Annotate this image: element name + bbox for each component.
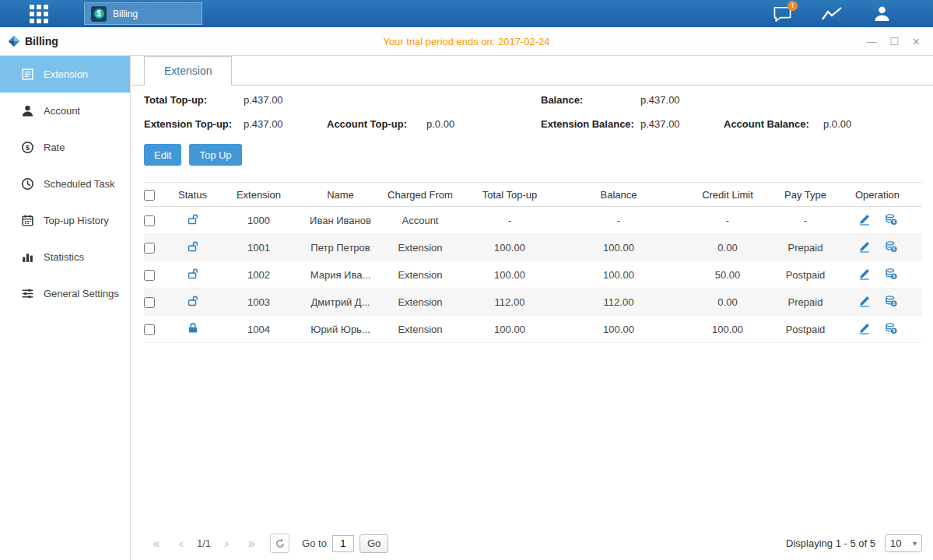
sidebar-item-general-settings[interactable]: General Settings [0, 275, 130, 312]
pay-type: Postpaid [778, 324, 833, 335]
edit-icon[interactable] [858, 268, 871, 280]
topup-history-icon [21, 214, 34, 227]
balance: 100.00 [560, 269, 677, 281]
summary-extension-top-up: Extension Top-up:p.437.00 [144, 118, 327, 133]
summary-label: Account Top-up: [327, 118, 426, 130]
summary-spacer [724, 94, 920, 109]
general-settings-icon [21, 287, 34, 300]
pay-type: Prepaid [778, 296, 833, 308]
sidebar-item-scheduled-task[interactable]: Scheduled Task [0, 166, 130, 202]
page-size-value: 10 [890, 537, 901, 549]
column-header-credit-limit: Credit Limit [677, 189, 778, 201]
goto-label: Go to [302, 537, 327, 549]
top-up-icon[interactable]: $ [885, 213, 897, 226]
table-row-extension-1002: 1002Мария Ива...Extension100.00100.0050.… [144, 261, 922, 289]
statistics-icon [21, 250, 34, 264]
app-launcher-icon[interactable] [30, 5, 48, 23]
summary-label: Balance: [541, 94, 640, 106]
column-header-status: Status [167, 189, 218, 201]
next-page-button[interactable]: › [217, 537, 236, 551]
select-all-checkbox[interactable] [144, 190, 155, 201]
column-header-name: Name [300, 189, 381, 201]
summary-value: p.437.00 [640, 118, 680, 130]
billing-tab-label: Billing [113, 9, 138, 19]
top-up-button[interactable]: Top Up [189, 144, 241, 166]
edit-icon[interactable] [858, 240, 871, 253]
credit-limit: 0.00 [677, 242, 778, 254]
maximize-button[interactable]: ☐ [889, 36, 899, 47]
top-up-icon[interactable]: $ [885, 268, 897, 280]
topbar-icons: ! [771, 5, 933, 23]
user-account-icon[interactable] [871, 5, 893, 23]
charged-from: Extension [381, 324, 459, 335]
messages-icon[interactable]: ! [771, 5, 793, 23]
minimize-button[interactable]: — [866, 36, 876, 47]
scheduled-task-icon [21, 177, 34, 191]
charged-from: Extension [381, 242, 459, 254]
row-checkbox[interactable] [144, 324, 155, 335]
column-header-total-top-up: Total Top-up [459, 189, 560, 201]
billing-dollar-icon [91, 6, 107, 22]
balance: 100.00 [560, 242, 677, 254]
billing-app-tab[interactable]: Billing [84, 2, 202, 25]
line-chart-icon[interactable] [821, 5, 843, 23]
row-checkbox[interactable] [144, 215, 155, 226]
row-checkbox[interactable] [144, 270, 155, 281]
table-body: 1000Иван ИвановAccount----$1001Петр Петр… [144, 207, 922, 343]
top-up-icon[interactable]: $ [885, 240, 897, 253]
extension-number: 1000 [218, 215, 300, 226]
edit-button[interactable]: Edit [144, 144, 181, 166]
window-title-bar: Billing Your trial period ends on: 2017-… [0, 27, 933, 56]
account-icon [21, 104, 34, 117]
column-header-extension: Extension [218, 189, 300, 201]
chevron-down-icon [913, 539, 917, 548]
sidebar-item-label: Statistics [44, 251, 84, 263]
summary-label: Extension Balance: [541, 118, 640, 130]
row-checkbox[interactable] [144, 243, 155, 254]
edit-icon[interactable] [858, 213, 871, 226]
main-content: Extension Total Top-up:p.437.00Balance:p… [131, 56, 933, 560]
total-topup: 100.00 [459, 242, 560, 254]
last-page-button[interactable]: » [242, 537, 261, 551]
rate-icon: $ [21, 141, 34, 154]
refresh-button[interactable] [270, 534, 289, 553]
sidebar-item-statistics[interactable]: Statistics [0, 239, 130, 275]
summary-extension-balance: Extension Balance:p.437.00 [541, 118, 724, 133]
close-button[interactable]: ✕ [912, 36, 921, 47]
top-up-icon[interactable]: $ [885, 322, 897, 334]
prev-page-button[interactable]: ‹ [172, 537, 191, 551]
row-checkbox[interactable] [144, 297, 155, 308]
column-header-operation: Operation [833, 189, 922, 201]
summary-value: p.0.00 [823, 118, 851, 130]
total-topup: - [459, 215, 560, 226]
sidebar-item-account[interactable]: Account [0, 93, 130, 129]
pagination-right: Displaying 1 - 5 of 5 10 [786, 534, 922, 552]
first-page-button[interactable]: « [147, 537, 166, 551]
sidebar-item-extension[interactable]: Extension [0, 56, 130, 93]
tab-extension[interactable]: Extension [144, 56, 232, 86]
goto-page-input[interactable] [332, 535, 354, 552]
notification-badge: ! [787, 1, 798, 11]
summary-value: p.437.00 [244, 118, 283, 130]
lock-open-icon [187, 213, 199, 226]
summary-account-top-up: Account Top-up:p.0.00 [327, 118, 541, 133]
table-header: StatusExtensionNameCharged FromTotal Top… [144, 182, 922, 207]
summary-label: Extension Top-up: [144, 118, 244, 130]
summary-balance: Balance:p.437.00 [541, 94, 724, 109]
edit-icon[interactable] [858, 322, 871, 334]
window-title: Billing [25, 35, 58, 47]
summary-value: p.437.00 [244, 94, 283, 106]
table-row-extension-1004: 1004Юрий Юрь...Extension100.00100.00100.… [144, 316, 922, 343]
sidebar-item-top-up-history[interactable]: Top-up History [0, 202, 130, 239]
extension-name: Иван Иванов [300, 215, 381, 226]
go-button[interactable]: Go [360, 534, 388, 553]
sidebar-item-rate[interactable]: $Rate [0, 129, 130, 166]
credit-limit: 50.00 [677, 269, 778, 281]
window-controls: — ☐ ✕ [866, 36, 933, 47]
summary-value: p.437.00 [640, 94, 680, 106]
top-up-icon[interactable]: $ [885, 295, 897, 307]
edit-icon[interactable] [858, 295, 871, 307]
column-header-balance: Balance [560, 189, 677, 201]
extension-name: Петр Петров [300, 242, 381, 254]
page-size-select[interactable]: 10 [885, 534, 922, 552]
